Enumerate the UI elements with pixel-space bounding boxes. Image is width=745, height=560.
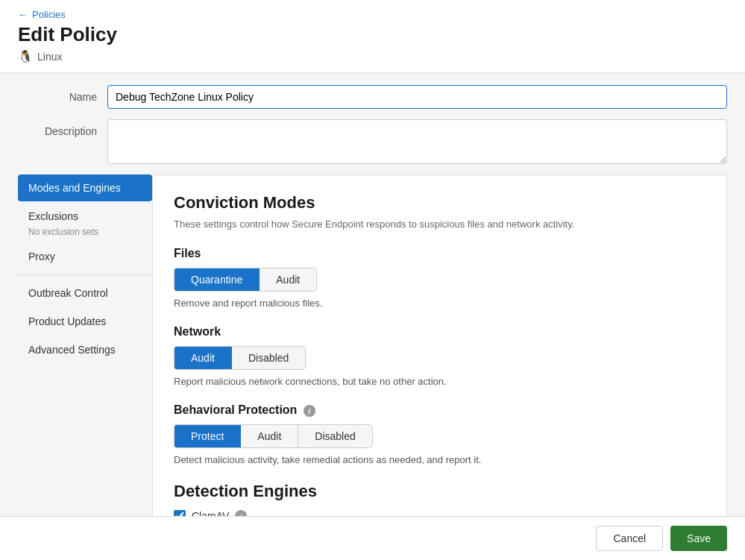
description-row: Description	[18, 119, 727, 164]
save-button[interactable]: Save	[670, 526, 727, 551]
files-note: Remove and report malicious files.	[174, 298, 705, 309]
files-btn-quarantine[interactable]: Quarantine	[175, 268, 259, 291]
breadcrumb[interactable]: ← Policies	[18, 9, 727, 20]
network-section: Network Audit Disabled Report malicious …	[174, 325, 705, 387]
conviction-modes-description: These settings control how Secure Endpoi…	[174, 217, 705, 232]
behavioral-btn-disabled[interactable]: Disabled	[298, 425, 371, 447]
sidebar-item-advanced[interactable]: Advanced Settings	[18, 336, 152, 363]
description-label: Description	[18, 119, 107, 137]
behavioral-label: Behavioral Protection i	[174, 403, 705, 417]
main-content: Conviction Modes These settings control …	[152, 174, 727, 541]
bottom-bar: Cancel Save	[0, 516, 745, 560]
network-btn-audit[interactable]: Audit	[175, 347, 231, 369]
files-label: Files	[174, 247, 705, 260]
description-input[interactable]	[107, 119, 727, 164]
behavioral-note: Detect malicious activity, take remedial…	[174, 454, 705, 465]
name-input[interactable]	[107, 85, 727, 109]
page-title: Edit Policy	[18, 23, 727, 46]
network-note: Report malicious network connections, bu…	[174, 376, 705, 387]
sidebar-sub-exclusions: No exclusion sets	[18, 225, 152, 243]
files-toggle-group: Quarantine Audit	[174, 268, 317, 292]
name-row: Name	[18, 85, 727, 109]
behavioral-info-icon[interactable]: i	[304, 405, 315, 417]
sidebar-item-outbreak[interactable]: Outbreak Control	[18, 280, 152, 306]
sidebar-item-modes[interactable]: Modes and Engines	[18, 174, 152, 201]
network-label: Network	[174, 325, 705, 339]
files-section: Files Quarantine Audit Remove and report…	[174, 247, 705, 309]
sidebar-item-proxy[interactable]: Proxy	[18, 243, 152, 270]
sidebar: Modes and Engines Exclusions No exclusio…	[18, 174, 152, 541]
platform-label: Linux	[37, 51, 62, 63]
behavioral-btn-protect[interactable]: Protect	[175, 425, 240, 447]
behavioral-toggle-group: Protect Audit Disabled	[174, 424, 373, 448]
detection-engines-title: Detection Engines	[174, 482, 705, 501]
breadcrumb-arrow: ←	[18, 9, 28, 20]
name-label: Name	[18, 85, 107, 103]
page-wrapper: ← Policies Edit Policy 🐧 Linux Name Desc…	[0, 0, 745, 560]
form-section: Name Description	[0, 73, 745, 164]
network-toggle-group: Audit Disabled	[174, 346, 306, 370]
linux-icon: 🐧	[18, 49, 33, 63]
breadcrumb-label: Policies	[32, 9, 66, 20]
behavioral-btn-audit[interactable]: Audit	[240, 425, 298, 447]
cancel-button[interactable]: Cancel	[596, 526, 663, 551]
platform-row: 🐧 Linux	[18, 49, 727, 63]
main-layout: Modes and Engines Exclusions No exclusio…	[0, 174, 745, 541]
network-btn-disabled[interactable]: Disabled	[231, 347, 305, 369]
sidebar-divider-1	[18, 274, 152, 275]
top-header: ← Policies Edit Policy 🐧 Linux	[0, 0, 745, 73]
sidebar-item-exclusions[interactable]: Exclusions	[18, 203, 152, 224]
conviction-modes-title: Conviction Modes	[174, 193, 705, 213]
behavioral-section: Behavioral Protection i Protect Audit Di…	[174, 403, 705, 465]
sidebar-item-product[interactable]: Product Updates	[18, 308, 152, 335]
files-btn-audit[interactable]: Audit	[259, 268, 316, 291]
